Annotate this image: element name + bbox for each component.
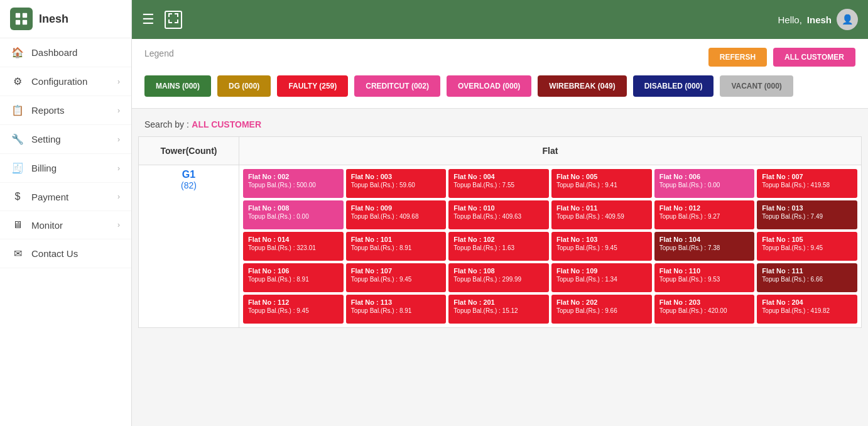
refresh-button[interactable]: REFERSH: [708, 48, 767, 67]
flat-number: Flat No : 003: [351, 173, 442, 180]
col-tower: Tower(Count): [139, 137, 239, 165]
flat-card[interactable]: Flat No : 110 Topup Bal.(Rs.) : 9.53: [654, 263, 755, 292]
flat-card[interactable]: Flat No : 101 Topup Bal.(Rs.) : 8.91: [346, 232, 447, 261]
flat-number: Flat No : 004: [453, 173, 544, 180]
flat-balance: Topup Bal.(Rs.) : 8.91: [351, 244, 442, 251]
flat-card[interactable]: Flat No : 102 Topup Bal.(Rs.) : 1.63: [448, 232, 549, 261]
sidebar-item-payment[interactable]: $ Payment ›: [0, 183, 131, 211]
flat-number: Flat No : 102: [453, 236, 544, 243]
badge-creditcut[interactable]: CREDITCUT (002): [354, 75, 440, 97]
flat-balance: Topup Bal.(Rs.) : 15.12: [453, 307, 544, 314]
expand-button[interactable]: [165, 11, 182, 29]
badge-overload[interactable]: OVERLOAD (000): [447, 75, 531, 97]
flat-card[interactable]: Flat No : 112 Topup Bal.(Rs.) : 9.45: [243, 295, 344, 324]
flat-card[interactable]: Flat No : 005 Topup Bal.(Rs.) : 9.41: [551, 169, 652, 198]
flat-balance: Topup Bal.(Rs.) : 7.55: [453, 182, 544, 188]
flat-balance: Topup Bal.(Rs.) : 1.34: [556, 276, 647, 283]
nav-item-left: 🧾 Billing: [11, 162, 57, 174]
badge-mains[interactable]: MAINS (000): [144, 75, 211, 97]
nav-label-dashboard: Dashboard: [31, 47, 77, 58]
flat-card[interactable]: Flat No : 012 Topup Bal.(Rs.) : 9.27: [654, 200, 755, 229]
flat-number: Flat No : 006: [659, 173, 750, 180]
flat-balance: Topup Bal.(Rs.) : 323.01: [248, 244, 339, 251]
tower-name: G1: [143, 169, 235, 180]
flat-number: Flat No : 005: [556, 173, 647, 180]
sidebar-logo: Inesh: [0, 0, 131, 38]
flat-number: Flat No : 008: [248, 204, 339, 212]
flat-balance: Topup Bal.(Rs.) : 409.59: [556, 213, 647, 220]
chevron-right-icon: ›: [117, 135, 120, 144]
flat-card[interactable]: Flat No : 104 Topup Bal.(Rs.) : 7.38: [654, 232, 755, 261]
flat-balance: Topup Bal.(Rs.) : 1.63: [453, 244, 544, 251]
hamburger-button[interactable]: ☰: [142, 11, 155, 28]
flat-card[interactable]: Flat No : 003 Topup Bal.(Rs.) : 59.60: [346, 169, 447, 198]
sidebar-item-billing[interactable]: 🧾 Billing ›: [0, 154, 131, 183]
flat-number: Flat No : 007: [762, 173, 852, 180]
badge-disabled[interactable]: DISABLED (000): [633, 75, 714, 97]
badge-dg[interactable]: DG (000): [217, 75, 271, 97]
flat-card[interactable]: Flat No : 010 Topup Bal.(Rs.) : 409.63: [448, 200, 549, 229]
flat-balance: Topup Bal.(Rs.) : 9.45: [762, 244, 852, 251]
flat-number: Flat No : 014: [248, 236, 339, 243]
legend-top: Legend REFERSH ALL CUSTOMER: [144, 48, 855, 67]
nav-item-left: 🏠 Dashboard: [11, 46, 77, 58]
flat-card[interactable]: Flat No : 109 Topup Bal.(Rs.) : 1.34: [551, 263, 652, 292]
sidebar-item-configuration[interactable]: ⚙ Configuration ›: [0, 67, 131, 96]
all-customer-button[interactable]: ALL CUSTOMER: [773, 48, 855, 67]
flat-card[interactable]: Flat No : 011 Topup Bal.(Rs.) : 409.59: [551, 200, 652, 229]
nav-item-left: 🔧 Setting: [11, 133, 61, 145]
sidebar-item-dashboard[interactable]: 🏠 Dashboard: [0, 38, 131, 67]
badge-vacant[interactable]: VACANT (000): [720, 75, 793, 97]
hello-text: Hello,: [778, 14, 801, 25]
payment-icon: $: [11, 191, 24, 202]
flat-number: Flat No : 009: [351, 204, 442, 212]
sidebar-item-contact-us[interactable]: ✉ Contact Us: [0, 239, 131, 268]
sidebar: Inesh 🏠 Dashboard ⚙ Configuration › 📋 Re…: [0, 0, 132, 426]
flat-card[interactable]: Flat No : 009 Topup Bal.(Rs.) : 409.68: [346, 200, 447, 229]
flat-card[interactable]: Flat No : 108 Topup Bal.(Rs.) : 299.99: [448, 263, 549, 292]
flat-card[interactable]: Flat No : 013 Topup Bal.(Rs.) : 7.49: [757, 200, 857, 229]
flat-card[interactable]: Flat No : 105 Topup Bal.(Rs.) : 9.45: [757, 232, 857, 261]
flat-card[interactable]: Flat No : 103 Topup Bal.(Rs.) : 9.45: [551, 232, 652, 261]
nav-label-setting: Setting: [31, 134, 61, 145]
badge-wirebreak[interactable]: WIREBREAK (049): [538, 75, 626, 97]
flat-number: Flat No : 013: [762, 204, 852, 212]
nav-label-configuration: Configuration: [31, 76, 87, 87]
avatar[interactable]: 👤: [837, 9, 858, 30]
nav-label-billing: Billing: [31, 163, 57, 173]
flat-card[interactable]: Flat No : 201 Topup Bal.(Rs.) : 15.12: [448, 295, 549, 324]
flat-number: Flat No : 101: [351, 236, 442, 243]
flat-number: Flat No : 203: [659, 298, 750, 306]
flat-balance: Topup Bal.(Rs.) : 419.82: [762, 307, 852, 314]
flat-card[interactable]: Flat No : 202 Topup Bal.(Rs.) : 9.66: [551, 295, 652, 324]
flat-card[interactable]: Flat No : 014 Topup Bal.(Rs.) : 323.01: [243, 232, 344, 261]
nav-label-payment: Payment: [31, 192, 68, 202]
badge-faulty[interactable]: FAULTY (259): [277, 75, 348, 97]
flat-card[interactable]: Flat No : 203 Topup Bal.(Rs.) : 420.00: [654, 295, 755, 324]
dashboard-icon: 🏠: [11, 46, 24, 58]
tower-cell: G1 (82): [139, 165, 239, 328]
legend-section: Legend REFERSH ALL CUSTOMER MAINS (000)D…: [132, 39, 868, 109]
nav-item-left: 🖥 Monitor: [11, 219, 63, 231]
flat-card[interactable]: Flat No : 106 Topup Bal.(Rs.) : 8.91: [243, 263, 344, 292]
flat-card[interactable]: Flat No : 204 Topup Bal.(Rs.) : 419.82: [757, 295, 857, 324]
sidebar-item-reports[interactable]: 📋 Reports ›: [0, 96, 131, 125]
flat-card[interactable]: Flat No : 113 Topup Bal.(Rs.) : 8.91: [346, 295, 447, 324]
flat-card[interactable]: Flat No : 006 Topup Bal.(Rs.) : 0.00: [654, 169, 755, 198]
flat-number: Flat No : 011: [556, 204, 647, 212]
sidebar-item-monitor[interactable]: 🖥 Monitor ›: [0, 211, 131, 239]
flat-card[interactable]: Flat No : 107 Topup Bal.(Rs.) : 9.45: [346, 263, 447, 292]
header: ☰ Hello, Inesh 👤: [132, 0, 868, 39]
flat-balance: Topup Bal.(Rs.) : 409.68: [351, 213, 442, 220]
flat-card[interactable]: Flat No : 111 Topup Bal.(Rs.) : 6.66: [757, 263, 857, 292]
flat-number: Flat No : 112: [248, 298, 339, 306]
sidebar-item-setting[interactable]: 🔧 Setting ›: [0, 125, 131, 154]
flat-card[interactable]: Flat No : 008 Topup Bal.(Rs.) : 0.00: [243, 200, 344, 229]
flat-number: Flat No : 103: [556, 236, 647, 243]
flat-card[interactable]: Flat No : 002 Topup Bal.(Rs.) : 500.00: [243, 169, 344, 198]
flat-card[interactable]: Flat No : 004 Topup Bal.(Rs.) : 7.55: [448, 169, 549, 198]
content-area: Legend REFERSH ALL CUSTOMER MAINS (000)D…: [132, 39, 868, 426]
flat-card[interactable]: Flat No : 007 Topup Bal.(Rs.) : 419.58: [757, 169, 857, 198]
chevron-right-icon: ›: [117, 77, 120, 86]
table-section: Tower(Count) Flat G1 (82) Flat No : 002 …: [132, 136, 868, 334]
